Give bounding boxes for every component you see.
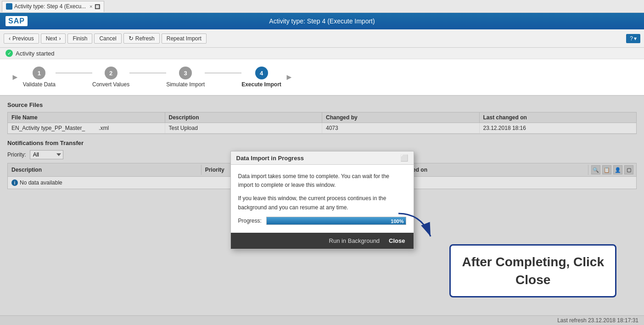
step-label-4: Execute Import — [241, 81, 281, 88]
progress-bar-outer: 100% — [266, 217, 406, 225]
main-content: Source Files File Name Description Chang… — [0, 96, 644, 325]
progress-label: Progress: — [238, 217, 262, 225]
progress-bar-text: 100% — [391, 217, 403, 225]
step-label-1: Validate Data — [23, 81, 56, 88]
status-text: Activity started — [16, 50, 55, 57]
step-connector-3 — [205, 73, 241, 73]
help-dropdown-icon: ▾ — [634, 35, 637, 42]
modal-footer: Run in Background Close — [231, 233, 414, 249]
step-track: ► 1 Validate Data 2 Convert Values 3 Sim… — [11, 67, 293, 88]
toolbar: ‹ Previous Next › Finish Cancel ↻ Refres… — [0, 29, 644, 48]
tab-bar: Activity type: Step 4 (Execu... × 🔲 — [0, 0, 644, 13]
page-wrapper: Activity type: Step 4 (Execu... × 🔲 SAP … — [0, 0, 644, 325]
step-circle-1: 1 — [33, 67, 45, 79]
help-icon: ? — [630, 35, 633, 42]
step-circle-3: 3 — [179, 67, 192, 79]
modal-body-line2: If you leave this window, the current pr… — [238, 194, 406, 212]
finish-button[interactable]: Finish — [67, 34, 92, 44]
cancel-button[interactable]: Cancel — [94, 34, 121, 44]
modal-body: Data import takes some time to complete.… — [231, 165, 414, 233]
tab-favicon — [6, 3, 12, 10]
step-connector-2 — [129, 73, 166, 73]
previous-button[interactable]: ‹ Previous — [4, 34, 39, 44]
step-item-2: 2 Convert Values — [92, 67, 129, 88]
data-import-modal: Data Import in Progress ⬜ Data import ta… — [230, 151, 414, 249]
modal-body-line1: Data import takes some time to complete.… — [238, 172, 406, 190]
modal-maximize-button[interactable]: ⬜ — [400, 154, 408, 162]
browser-tab[interactable]: Activity type: Step 4 (Execu... × 🔲 — [2, 1, 104, 12]
step-circle-2: 2 — [105, 67, 118, 79]
help-button[interactable]: ? ▾ — [626, 34, 640, 43]
close-button[interactable]: Close — [386, 236, 408, 245]
tab-title: Activity type: Step 4 (Execu... — [14, 3, 86, 10]
step-connector-1 — [56, 73, 92, 73]
modal-overlay: Data Import in Progress ⬜ Data import ta… — [0, 96, 644, 325]
next-button[interactable]: Next › — [41, 34, 66, 44]
step-item-4: 4 Execute Import — [241, 67, 281, 88]
progress-bar-inner — [267, 217, 406, 224]
step-start-arrow: ► — [11, 73, 19, 82]
step-label-3: Simulate Import — [166, 81, 205, 88]
sap-logo: SAP — [6, 16, 28, 26]
refresh-icon: ↻ — [129, 35, 134, 42]
run-in-background-button[interactable]: Run in Background — [326, 236, 383, 245]
status-success-icon: ✓ — [6, 50, 13, 57]
modal-progress-row: Progress: 100% — [238, 217, 406, 225]
chevron-right-icon: › — [59, 35, 61, 42]
chevron-left-icon: ‹ — [9, 35, 11, 42]
step-item-1: 1 Validate Data — [23, 67, 56, 88]
status-bar: ✓ Activity started — [0, 48, 644, 59]
refresh-button[interactable]: ↻ Refresh — [123, 33, 160, 44]
modal-title-bar: Data Import in Progress ⬜ — [231, 151, 414, 165]
step-circle-4: 4 — [255, 67, 268, 79]
step-label-2: Convert Values — [92, 81, 129, 88]
tab-close-button[interactable]: × — [90, 4, 92, 9]
modal-title: Data Import in Progress — [236, 155, 304, 162]
sap-header: SAP Activity type: Step 4 (Execute Impor… — [0, 13, 644, 29]
step-item-3: 3 Simulate Import — [166, 67, 205, 88]
steps-area: ► 1 Validate Data 2 Convert Values 3 Sim… — [0, 59, 644, 96]
page-title: Activity type: Step 4 (Execute Import) — [269, 17, 375, 25]
step-end-arrow: ► — [285, 73, 293, 82]
tab-pin-button[interactable]: 🔲 — [95, 4, 100, 9]
repeat-import-button[interactable]: Repeat Import — [162, 34, 207, 44]
toolbar-right: ? ▾ — [626, 34, 640, 43]
